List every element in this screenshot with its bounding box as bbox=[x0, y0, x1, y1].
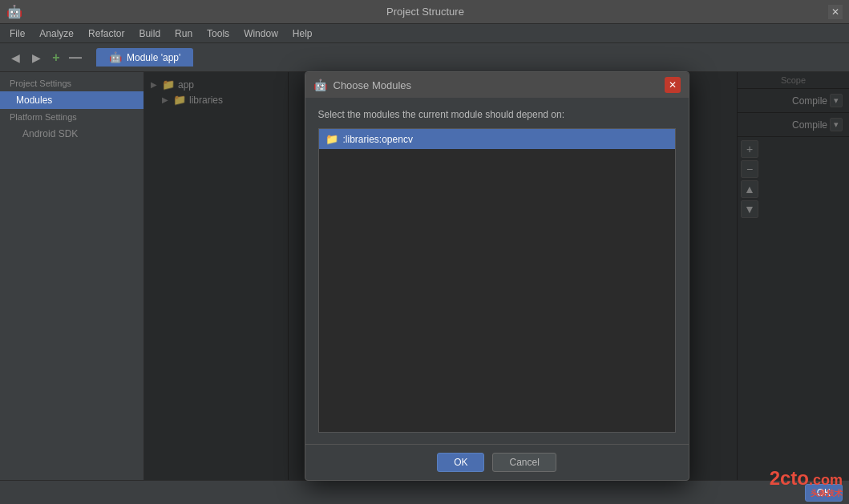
sidebar: Project Settings Modules Platform Settin… bbox=[0, 72, 144, 480]
platform-settings-section: Platform Settings bbox=[0, 109, 144, 125]
module-tab-icon: 🤖 bbox=[109, 51, 122, 63]
menu-help[interactable]: Help bbox=[286, 26, 319, 41]
watermark-brand: 2cto bbox=[770, 467, 809, 489]
dialog-list-item-opencv[interactable]: 📁 :libraries:opencv bbox=[319, 129, 675, 149]
dialog-modules-list[interactable]: 📁 :libraries:opencv bbox=[318, 128, 676, 433]
dialog-close-button[interactable]: ✕ bbox=[665, 77, 681, 93]
dialog-instruction: Select the modules the current module sh… bbox=[318, 109, 676, 120]
menu-refactor[interactable]: Refactor bbox=[82, 26, 131, 41]
dialog-title-left: 🤖 Choose Modules bbox=[313, 79, 412, 91]
menu-bar: File Analyze Refactor Build Run Tools Wi… bbox=[0, 24, 849, 43]
dialog-overlay: 🤖 Choose Modules ✕ Select the modules th… bbox=[144, 72, 849, 480]
dialog-list-label-opencv: :libraries:opencv bbox=[343, 134, 413, 145]
watermark: 2cto.com 头条技术 bbox=[770, 468, 843, 498]
menu-file[interactable]: File bbox=[3, 26, 31, 41]
choose-modules-dialog: 🤖 Choose Modules ✕ Select the modules th… bbox=[305, 71, 689, 481]
sidebar-item-android-sdk[interactable]: Android SDK bbox=[0, 125, 144, 143]
dialog-footer: OK Cancel bbox=[305, 444, 689, 480]
module-folder-icon: 📁 bbox=[325, 133, 338, 145]
back-button[interactable]: ◀ bbox=[6, 49, 24, 67]
menu-tools[interactable]: Tools bbox=[200, 26, 236, 41]
dialog-android-icon: 🤖 bbox=[313, 79, 327, 91]
middle-row: ▶ 📁 app ▶ 📁 libraries Scope Compile ▾ bbox=[144, 72, 849, 480]
remove-module-button[interactable]: — bbox=[67, 50, 83, 66]
sidebar-item-modules[interactable]: Modules bbox=[0, 91, 144, 109]
dialog-title-bar: 🤖 Choose Modules ✕ bbox=[305, 72, 689, 98]
app-title: Project Structure bbox=[22, 6, 828, 18]
android-icon: 🤖 bbox=[6, 4, 22, 19]
window-close-button[interactable]: ✕ bbox=[828, 5, 843, 19]
dialog-cancel-button[interactable]: Cancel bbox=[492, 453, 556, 472]
module-tab-label: Module 'app' bbox=[127, 52, 180, 63]
forward-button[interactable]: ▶ bbox=[27, 49, 45, 67]
menu-build[interactable]: Build bbox=[132, 26, 167, 41]
add-module-button[interactable]: + bbox=[48, 50, 64, 66]
toolbar: ◀ ▶ + — 🤖 Module 'app' bbox=[0, 43, 849, 72]
dialog-ok-button[interactable]: OK bbox=[437, 453, 484, 472]
bottom-bar: OK bbox=[0, 480, 849, 504]
main-area: Project Settings Modules Platform Settin… bbox=[0, 72, 849, 480]
module-tab[interactable]: 🤖 Module 'app' bbox=[96, 48, 193, 67]
watermark-sub: 头条技术 bbox=[770, 489, 843, 498]
menu-window[interactable]: Window bbox=[237, 26, 285, 41]
title-bar: 🤖 Project Structure ✕ bbox=[0, 0, 849, 24]
dialog-body: Select the modules the current module sh… bbox=[305, 98, 689, 444]
title-bar-left: 🤖 bbox=[6, 4, 22, 19]
dialog-title-text: Choose Modules bbox=[334, 79, 412, 91]
menu-analyze[interactable]: Analyze bbox=[33, 26, 80, 41]
project-settings-section: Project Settings bbox=[0, 75, 144, 91]
menu-run[interactable]: Run bbox=[168, 26, 199, 41]
